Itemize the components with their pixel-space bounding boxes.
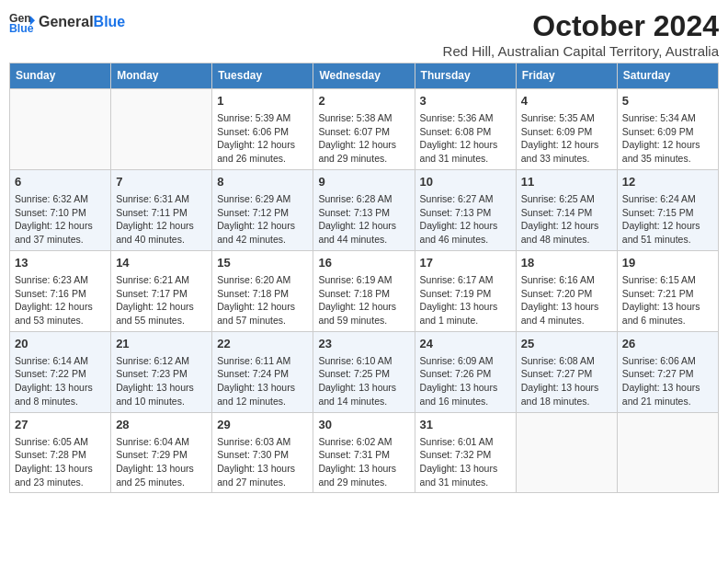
day-number: 6 xyxy=(15,174,106,190)
calendar-cell xyxy=(10,88,111,169)
calendar-cell: 11Sunrise: 6:25 AMSunset: 7:14 PMDayligh… xyxy=(516,169,617,250)
day-info: Sunrise: 6:05 AMSunset: 7:28 PMDaylight:… xyxy=(15,435,106,489)
calendar-cell: 26Sunrise: 6:06 AMSunset: 7:27 PMDayligh… xyxy=(617,331,718,412)
day-number: 29 xyxy=(217,417,308,433)
day-number: 7 xyxy=(116,174,207,190)
day-info: Sunrise: 6:27 AMSunset: 7:13 PMDaylight:… xyxy=(420,192,511,247)
calendar-cell: 16Sunrise: 6:19 AMSunset: 7:18 PMDayligh… xyxy=(313,250,415,331)
calendar-cell: 13Sunrise: 6:23 AMSunset: 7:16 PMDayligh… xyxy=(10,250,111,331)
page-subtitle: Red Hill, Australian Capital Territory, … xyxy=(443,43,719,59)
calendar-cell: 15Sunrise: 6:20 AMSunset: 7:18 PMDayligh… xyxy=(212,250,313,331)
day-number: 31 xyxy=(420,417,511,433)
day-info: Sunrise: 5:34 AMSunset: 6:09 PMDaylight:… xyxy=(622,111,713,166)
calendar-cell: 14Sunrise: 6:21 AMSunset: 7:17 PMDayligh… xyxy=(111,250,212,331)
calendar-cell: 23Sunrise: 6:10 AMSunset: 7:25 PMDayligh… xyxy=(313,331,415,412)
day-header-wednesday: Wednesday xyxy=(313,63,415,89)
day-info: Sunrise: 5:35 AMSunset: 6:09 PMDaylight:… xyxy=(521,111,612,166)
day-header-tuesday: Tuesday xyxy=(212,63,313,89)
calendar-cell: 9Sunrise: 6:28 AMSunset: 7:13 PMDaylight… xyxy=(313,169,415,250)
day-info: Sunrise: 6:19 AMSunset: 7:18 PMDaylight:… xyxy=(318,273,409,327)
day-number: 5 xyxy=(622,93,713,109)
calendar-cell: 12Sunrise: 6:24 AMSunset: 7:15 PMDayligh… xyxy=(617,169,718,250)
day-number: 10 xyxy=(420,174,511,190)
day-header-sunday: Sunday xyxy=(10,63,111,89)
page-header: Gen Blue GeneralBlue October 2024 Red Hi… xyxy=(9,9,719,59)
calendar-cell: 29Sunrise: 6:03 AMSunset: 7:30 PMDayligh… xyxy=(212,412,313,493)
day-info: Sunrise: 6:12 AMSunset: 7:23 PMDaylight:… xyxy=(116,354,207,408)
day-info: Sunrise: 6:02 AMSunset: 7:31 PMDaylight:… xyxy=(318,435,409,489)
day-number: 24 xyxy=(420,336,511,352)
day-info: Sunrise: 6:28 AMSunset: 7:13 PMDaylight:… xyxy=(318,192,409,247)
day-number: 12 xyxy=(622,174,713,190)
day-header-monday: Monday xyxy=(111,63,212,89)
day-info: Sunrise: 6:14 AMSunset: 7:22 PMDaylight:… xyxy=(15,354,106,408)
day-number: 2 xyxy=(318,93,409,109)
day-header-saturday: Saturday xyxy=(617,63,718,89)
calendar-table: SundayMondayTuesdayWednesdayThursdayFrid… xyxy=(9,63,719,493)
day-number: 28 xyxy=(116,417,207,433)
day-number: 21 xyxy=(116,336,207,352)
calendar-cell: 20Sunrise: 6:14 AMSunset: 7:22 PMDayligh… xyxy=(10,331,111,412)
logo-icon: Gen Blue xyxy=(9,9,35,35)
calendar-cell: 3Sunrise: 5:36 AMSunset: 6:08 PMDaylight… xyxy=(415,88,516,169)
day-number: 4 xyxy=(521,93,612,109)
calendar-cell: 19Sunrise: 6:15 AMSunset: 7:21 PMDayligh… xyxy=(617,250,718,331)
calendar-cell: 10Sunrise: 6:27 AMSunset: 7:13 PMDayligh… xyxy=(415,169,516,250)
calendar-week-row: 27Sunrise: 6:05 AMSunset: 7:28 PMDayligh… xyxy=(10,412,719,493)
day-info: Sunrise: 6:21 AMSunset: 7:17 PMDaylight:… xyxy=(116,273,207,327)
calendar-header-row: SundayMondayTuesdayWednesdayThursdayFrid… xyxy=(10,63,719,89)
day-info: Sunrise: 6:24 AMSunset: 7:15 PMDaylight:… xyxy=(622,192,713,247)
calendar-cell: 22Sunrise: 6:11 AMSunset: 7:24 PMDayligh… xyxy=(212,331,313,412)
day-number: 30 xyxy=(318,417,409,433)
day-number: 25 xyxy=(521,336,612,352)
day-info: Sunrise: 6:11 AMSunset: 7:24 PMDaylight:… xyxy=(217,354,308,408)
day-info: Sunrise: 6:01 AMSunset: 7:32 PMDaylight:… xyxy=(420,435,511,489)
day-info: Sunrise: 6:23 AMSunset: 7:16 PMDaylight:… xyxy=(15,273,106,327)
day-info: Sunrise: 6:03 AMSunset: 7:30 PMDaylight:… xyxy=(217,435,308,489)
calendar-cell: 30Sunrise: 6:02 AMSunset: 7:31 PMDayligh… xyxy=(313,412,415,493)
day-info: Sunrise: 6:17 AMSunset: 7:19 PMDaylight:… xyxy=(420,273,511,327)
day-info: Sunrise: 6:31 AMSunset: 7:11 PMDaylight:… xyxy=(116,192,207,247)
day-header-thursday: Thursday xyxy=(415,63,516,89)
day-info: Sunrise: 5:39 AMSunset: 6:06 PMDaylight:… xyxy=(217,111,308,166)
day-number: 18 xyxy=(521,255,612,271)
calendar-week-row: 13Sunrise: 6:23 AMSunset: 7:16 PMDayligh… xyxy=(10,250,719,331)
day-info: Sunrise: 6:29 AMSunset: 7:12 PMDaylight:… xyxy=(217,192,308,247)
day-number: 3 xyxy=(420,93,511,109)
calendar-week-row: 6Sunrise: 6:32 AMSunset: 7:10 PMDaylight… xyxy=(10,169,719,250)
day-number: 27 xyxy=(15,417,106,433)
logo: Gen Blue GeneralBlue xyxy=(9,9,125,35)
calendar-cell: 2Sunrise: 5:38 AMSunset: 6:07 PMDaylight… xyxy=(313,88,415,169)
calendar-cell: 24Sunrise: 6:09 AMSunset: 7:26 PMDayligh… xyxy=(415,331,516,412)
svg-text:Blue: Blue xyxy=(9,22,34,35)
day-number: 19 xyxy=(622,255,713,271)
day-info: Sunrise: 6:10 AMSunset: 7:25 PMDaylight:… xyxy=(318,354,409,408)
day-info: Sunrise: 6:16 AMSunset: 7:20 PMDaylight:… xyxy=(521,273,612,327)
day-info: Sunrise: 6:32 AMSunset: 7:10 PMDaylight:… xyxy=(15,192,106,247)
day-number: 1 xyxy=(217,93,308,109)
calendar-cell: 17Sunrise: 6:17 AMSunset: 7:19 PMDayligh… xyxy=(415,250,516,331)
day-info: Sunrise: 6:15 AMSunset: 7:21 PMDaylight:… xyxy=(622,273,713,327)
day-number: 16 xyxy=(318,255,409,271)
day-info: Sunrise: 6:08 AMSunset: 7:27 PMDaylight:… xyxy=(521,354,612,408)
day-info: Sunrise: 5:36 AMSunset: 6:08 PMDaylight:… xyxy=(420,111,511,166)
calendar-cell: 7Sunrise: 6:31 AMSunset: 7:11 PMDaylight… xyxy=(111,169,212,250)
calendar-week-row: 20Sunrise: 6:14 AMSunset: 7:22 PMDayligh… xyxy=(10,331,719,412)
day-number: 26 xyxy=(622,336,713,352)
logo-text-blue: Blue xyxy=(94,14,126,29)
day-info: Sunrise: 6:06 AMSunset: 7:27 PMDaylight:… xyxy=(622,354,713,408)
day-number: 8 xyxy=(217,174,308,190)
day-number: 9 xyxy=(318,174,409,190)
day-number: 14 xyxy=(116,255,207,271)
calendar-cell: 28Sunrise: 6:04 AMSunset: 7:29 PMDayligh… xyxy=(111,412,212,493)
calendar-cell xyxy=(617,412,718,493)
day-number: 23 xyxy=(318,336,409,352)
calendar-cell: 21Sunrise: 6:12 AMSunset: 7:23 PMDayligh… xyxy=(111,331,212,412)
day-info: Sunrise: 6:25 AMSunset: 7:14 PMDaylight:… xyxy=(521,192,612,247)
day-number: 17 xyxy=(420,255,511,271)
day-number: 22 xyxy=(217,336,308,352)
calendar-cell xyxy=(111,88,212,169)
calendar-cell xyxy=(516,412,617,493)
day-info: Sunrise: 6:09 AMSunset: 7:26 PMDaylight:… xyxy=(420,354,511,408)
calendar-cell: 25Sunrise: 6:08 AMSunset: 7:27 PMDayligh… xyxy=(516,331,617,412)
